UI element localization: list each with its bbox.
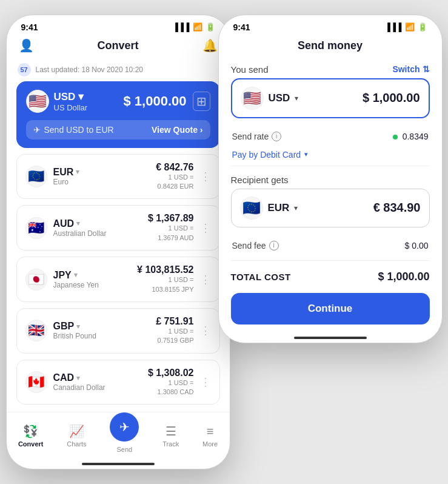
page-title-left: Convert — [97, 39, 138, 52]
currency-info-aud: AUD ▾ Australian Dollar — [53, 218, 107, 238]
recipient-gets-label: Recipient gets — [231, 169, 430, 189]
send-center-btn[interactable]: ✈ — [110, 412, 139, 442]
currency-row[interactable]: 🇨🇦 CAD ▾ Canadian Dollar $ 1,308.02 1 US… — [16, 360, 220, 405]
home-indicator-right — [219, 331, 442, 343]
status-time-left: 9:41 — [21, 22, 38, 32]
currency-flag-aud: 🇦🇺 — [25, 217, 47, 239]
status-icons-left: ▐▐▐ 📶 🔋 — [173, 22, 215, 32]
convert-label: Convert — [18, 440, 44, 448]
nav-bar-right: Send money — [219, 36, 442, 58]
send-bar[interactable]: ✈ Send USD to EUR View Quote › — [26, 120, 210, 139]
profile-icon[interactable]: 👤 — [19, 38, 34, 53]
signal-icon-right: ▐▐▐ — [385, 22, 402, 32]
wifi-icon: 📶 — [193, 22, 202, 32]
switch-btn[interactable]: Switch ⇅ — [392, 64, 429, 74]
recipient-currency-flag: 🇪🇺 — [240, 197, 263, 220]
currency-row[interactable]: 🇪🇺 EUR ▾ Euro € 842.76 1 USD =0.8428 EUR… — [16, 154, 220, 200]
dots-menu-icon-jpy[interactable]: ⋮ — [200, 273, 211, 286]
track-label: Track — [162, 440, 179, 448]
currency-name-eur: Euro — [53, 178, 80, 186]
calculator-icon[interactable]: ⊞ — [193, 92, 210, 111]
base-currency-top: 🇺🇸 USD ▾ US Dollar $ 1,000.00 ⊞ — [26, 90, 210, 113]
nav-send[interactable]: ✈ Send — [110, 418, 139, 453]
status-bar-left: 9:41 ▐▐▐ 📶 🔋 — [7, 15, 230, 36]
you-send-label: You send — [231, 64, 269, 75]
nav-charts[interactable]: 📈 Charts — [67, 424, 86, 448]
currency-rate-gbp: 1 USD =0.7519 GBP — [96, 327, 194, 346]
pay-method-selector[interactable]: Pay by Debit Card ▾ — [231, 146, 430, 163]
currency-row[interactable]: 🇬🇧 GBP ▾ British Pound £ 751.91 1 USD =0… — [16, 308, 220, 354]
currency-row-left: 🇪🇺 EUR ▾ Euro — [25, 166, 80, 187]
base-currency-code[interactable]: USD ▾ — [54, 90, 88, 103]
currency-row[interactable]: 🇯🇵 JPY ▾ Japanese Yen ¥ 103,815.52 1 USD… — [16, 257, 220, 302]
nav-convert[interactable]: 💱 Convert — [18, 424, 44, 448]
home-bar-left — [82, 463, 155, 465]
send-fee-row: Send fee i $ 0.00 — [231, 236, 430, 255]
send-input-card[interactable]: 🇺🇸 USD ▾ $ 1,000.00 — [231, 78, 430, 118]
currency-info-eur: EUR ▾ Euro — [53, 167, 80, 186]
usd-flag: 🇺🇸 — [26, 90, 49, 113]
signal-icon: ▐▐▐ — [173, 22, 190, 32]
wifi-icon-right: 📶 — [405, 22, 415, 32]
currency-flag-eur: 🇪🇺 — [25, 166, 47, 187]
pay-method-chevron[interactable]: ▾ — [304, 150, 308, 158]
bell-icon[interactable]: 🔔 — [202, 38, 218, 53]
recipient-amount-value: € 834.90 — [373, 201, 421, 215]
convert-icon: 💱 — [23, 424, 38, 439]
currency-amount-block-aud: $ 1,367.89 1 USD =1.3679 AUD — [107, 213, 194, 243]
battery-icon-right: 🔋 — [418, 22, 427, 32]
currency-amount-block-jpy: ¥ 103,815.52 1 USD =103.8155 JPY — [99, 264, 194, 294]
currency-name-jpy: Japanese Yen — [53, 281, 99, 289]
nav-more[interactable]: ≡ More — [202, 425, 218, 448]
divider-1 — [231, 166, 430, 166]
dots-menu-icon-cad[interactable]: ⋮ — [200, 375, 211, 389]
dots-menu-icon-gbp[interactable]: ⋮ — [200, 324, 211, 337]
main-content-left: 57 Last updated: 18 Nov 2020 10:20 🇺🇸 US… — [7, 58, 230, 405]
send-currency-picker[interactable]: 🇺🇸 USD ▾ — [241, 87, 299, 110]
send-bar-label: ✈ Send USD to EUR — [33, 125, 114, 135]
currency-name-aud: Australian Dollar — [53, 229, 107, 238]
track-icon: ☰ — [165, 424, 176, 439]
currency-row[interactable]: 🇦🇺 AUD ▾ Australian Dollar $ 1,367.89 1 … — [16, 205, 220, 250]
currency-code-cad: CAD ▾ — [53, 372, 105, 383]
continue-button[interactable]: Continue — [231, 293, 430, 324]
recipient-currency-picker[interactable]: 🇪🇺 EUR ▾ — [240, 197, 298, 220]
recipient-input-card[interactable]: 🇪🇺 EUR ▾ € 834.90 — [231, 189, 430, 227]
dots-menu-icon-aud[interactable]: ⋮ — [200, 221, 211, 235]
page-title-right: Send money — [298, 39, 363, 52]
send-fee-info-icon[interactable]: i — [269, 241, 279, 250]
currency-rate-aud: 1 USD =1.3679 AUD — [107, 224, 194, 243]
currency-code-aud: AUD ▾ — [53, 218, 107, 229]
currency-info-jpy: JPY ▾ Japanese Yen — [53, 270, 99, 289]
send-currency-chevron[interactable]: ▾ — [295, 94, 298, 103]
last-updated-text: Last updated: 18 Nov 2020 10:20 — [36, 66, 143, 74]
update-badge: 57 — [18, 63, 31, 76]
currency-rate-jpy: 1 USD =103.8155 JPY — [99, 275, 194, 294]
currency-code-jpy: JPY ▾ — [53, 270, 99, 281]
home-bar-right — [294, 337, 367, 339]
nav-track[interactable]: ☰ Track — [162, 424, 179, 448]
charts-label: Charts — [67, 440, 86, 448]
base-currency-card[interactable]: 🇺🇸 USD ▾ US Dollar $ 1,000.00 ⊞ ✈ — [16, 81, 220, 148]
total-cost-value: $ 1,000.00 — [378, 271, 429, 283]
base-currency-selector[interactable]: 🇺🇸 USD ▾ US Dollar — [26, 90, 88, 113]
send-fee-value: $ 0.00 — [405, 241, 429, 250]
recipient-currency-chevron[interactable]: ▾ — [294, 204, 298, 212]
home-indicator-left — [7, 457, 230, 469]
total-cost-label: TOTAL COST — [231, 272, 291, 282]
base-currency-info: USD ▾ US Dollar — [54, 90, 88, 112]
send-rate-info-icon[interactable]: i — [272, 132, 281, 141]
currency-amount-aud: $ 1,367.89 — [107, 213, 194, 224]
currency-code-eur: EUR ▾ — [53, 167, 80, 178]
dots-menu-icon-eur[interactable]: ⋮ — [200, 170, 211, 183]
currency-row-left: 🇨🇦 CAD ▾ Canadian Dollar — [25, 371, 105, 393]
currency-amount-cad: $ 1,308.02 — [105, 368, 194, 378]
status-time-right: 9:41 — [233, 22, 250, 32]
left-phone: 9:41 ▐▐▐ 📶 🔋 👤 Convert 🔔 57 Last updated… — [6, 15, 230, 470]
send-rate-row: Send rate i 0.8349 — [231, 127, 430, 146]
base-currency-name: US Dollar — [54, 103, 88, 112]
currency-code-gbp: GBP ▾ — [53, 321, 96, 332]
recipient-currency-code: EUR — [268, 202, 290, 214]
switch-arrows-icon: ⇅ — [423, 64, 430, 74]
view-quote-btn[interactable]: View Quote › — [152, 125, 203, 135]
